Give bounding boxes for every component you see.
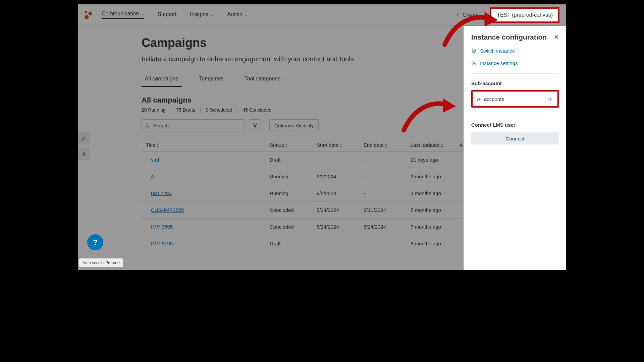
cell-last: 8 months ago [411, 241, 460, 246]
cell-start: 9/2/2024 [317, 174, 364, 179]
svg-point-7 [473, 50, 474, 51]
col-title[interactable]: Title▴▾ [142, 142, 270, 148]
wrench-tool[interactable] [78, 132, 90, 144]
subaccount-label: Sub-account [471, 80, 559, 86]
cell-start: 9/2/2024 [317, 190, 364, 196]
auth-server-badge: Auth server: Preprod [79, 258, 123, 267]
nav-support[interactable]: Support [158, 11, 176, 19]
nav-label: Support [158, 11, 176, 17]
stat-drafts: 75 Drafts [176, 107, 195, 113]
cell-last: 7 months ago [411, 224, 460, 230]
help-button[interactable]: ? [87, 234, 103, 250]
table-row: IMP-3595Concluded5/24/20245/24/20247 mon… [142, 219, 463, 235]
instance-config-panel: Instance configuration ✕ Switch instance… [464, 26, 566, 270]
help-icon: ? [93, 238, 97, 247]
nav-label: Insights [190, 11, 208, 17]
connect-button[interactable]: Connect [471, 132, 559, 144]
nav-admin[interactable]: Admin ⌄ [227, 11, 248, 19]
campaign-link[interactable]: test 2293 [151, 190, 172, 196]
table-row: test 2293Running9/2/2024-3 months ago [142, 185, 463, 202]
link-label: Switch instance [480, 48, 515, 54]
instance-switcher[interactable]: TEST (preprod-canvas) [490, 7, 559, 23]
cell-end: - [364, 157, 411, 163]
separator [265, 120, 265, 130]
nav-label: Communication [102, 11, 139, 17]
svg-line-5 [149, 126, 150, 127]
tab-tool-categories[interactable]: Tool categories [241, 72, 284, 87]
nav-insights[interactable]: Insights ⌄ [190, 11, 214, 19]
columns-visibility-button[interactable]: Columns Visibility [269, 119, 319, 131]
tab-all-campaigns[interactable]: All campaigns [142, 72, 182, 87]
campaigns-table: Title▴▾ Status▴▾ Start date▴▾ End date▴▾… [142, 139, 463, 252]
col-status[interactable]: Status▴▾ [270, 142, 317, 148]
col-end-date[interactable]: End date▴▾ [364, 142, 411, 148]
chevron-down-icon: ⌄ [245, 12, 248, 17]
stat-concluded: 45 Concluded [243, 107, 271, 113]
gear-icon[interactable] [548, 96, 553, 102]
col-a[interactable]: A [460, 142, 463, 148]
connect-lms-label: Connect LMS user [471, 122, 559, 128]
subaccount-selector[interactable]: All accounts [471, 90, 559, 108]
cell-last: 21 days ago [411, 157, 460, 163]
switch-instance-link[interactable]: Switch instance [471, 48, 559, 54]
campaign-link[interactable]: sad [151, 157, 159, 163]
table-row: sadDraft--21 days ago [142, 152, 463, 168]
nav-label: Admin [227, 11, 242, 17]
chevron-down-icon: ⌄ [210, 12, 214, 17]
switch-icon [471, 48, 477, 54]
cell-end: 6/11/2024 [364, 207, 411, 213]
link-label: Instance settings [480, 60, 518, 66]
cell-status: Running [270, 174, 317, 179]
search-icon [145, 123, 150, 128]
stat-running: 20 Running [142, 107, 166, 113]
logo[interactable] [83, 9, 93, 21]
cell-last: 3 months ago [411, 190, 460, 196]
svg-point-0 [85, 11, 87, 13]
cell-end: 5/24/2024 [364, 224, 411, 230]
campaign-link[interactable]: IMP-3595 [151, 224, 173, 230]
instance-settings-link[interactable]: Instance settings [471, 60, 559, 66]
cell-start: - [317, 157, 364, 163]
cell-end: - [364, 174, 411, 179]
user-tool[interactable] [78, 148, 90, 160]
chevron-down-icon: ⌄ [141, 11, 144, 16]
svg-point-3 [83, 152, 85, 154]
cell-start: 5/24/2024 [317, 224, 364, 230]
nav-communication[interactable]: Communication ⌄ [102, 11, 144, 19]
cell-end: - [364, 190, 411, 196]
filter-button[interactable] [249, 119, 261, 131]
svg-point-4 [146, 124, 149, 127]
close-icon[interactable]: ✕ [554, 34, 559, 41]
cell-status: Concluded [270, 224, 317, 230]
svg-point-2 [85, 15, 89, 19]
cell-status: Concluded [270, 207, 317, 213]
table-row: CUG-IMP3595Concluded5/24/20246/11/20245 … [142, 202, 463, 219]
svg-rect-6 [472, 49, 475, 52]
campaign-link[interactable]: IMP-3195 [151, 241, 173, 246]
search-field[interactable] [153, 123, 241, 128]
cell-status: Running [270, 190, 317, 196]
instance-label: TEST (preprod-canvas) [497, 12, 553, 18]
annotation-arrow [442, 7, 498, 47]
subaccount-value: All accounts [477, 96, 504, 102]
tab-templates[interactable]: Templates [196, 72, 227, 87]
cell-status: Draft [270, 241, 317, 246]
gear-icon [471, 61, 477, 66]
annotation-arrow [401, 94, 457, 133]
table-header: Title▴▾ Status▴▾ Start date▴▾ End date▴▾… [142, 139, 463, 152]
cell-end: - [364, 241, 411, 246]
svg-point-8 [473, 63, 475, 64]
filter-icon [252, 123, 258, 128]
svg-point-9 [550, 98, 551, 100]
table-row: IMP-3195Draft--8 months ago [142, 235, 463, 252]
campaign-link[interactable]: CUG-IMP3595 [151, 207, 184, 213]
stat-scheduled: 0 Scheduled [206, 107, 232, 113]
campaign-link[interactable]: A [151, 174, 154, 179]
cell-last: 5 months ago [411, 207, 460, 213]
col-start-date[interactable]: Start date▴▾ [317, 142, 364, 148]
cell-start: - [317, 241, 364, 246]
search-input[interactable] [142, 119, 245, 131]
table-row: ARunning9/2/2024-3 months ago [142, 168, 463, 185]
col-last-updated[interactable]: Last updated▴▾ [411, 142, 460, 148]
cell-start: 5/24/2024 [317, 207, 364, 213]
